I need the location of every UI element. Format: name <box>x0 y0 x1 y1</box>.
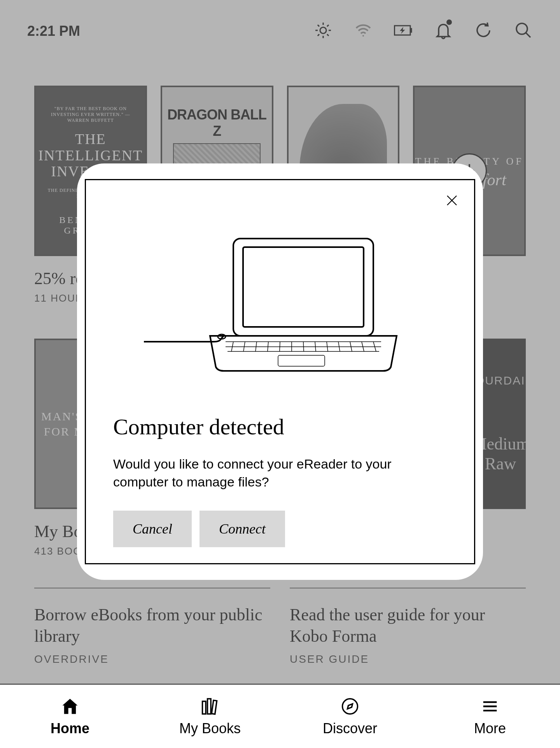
dialog-body: Would you like to connect your eReader t… <box>113 455 447 491</box>
bottom-nav: Home My Books Discover More <box>0 684 560 748</box>
svg-line-30 <box>315 342 316 351</box>
close-icon[interactable] <box>443 192 460 209</box>
svg-line-29 <box>303 342 304 351</box>
svg-rect-39 <box>208 699 211 714</box>
nav-my-books[interactable]: My Books <box>140 685 280 748</box>
dialog-title: Computer detected <box>113 414 474 440</box>
svg-rect-38 <box>203 701 206 714</box>
svg-rect-36 <box>278 355 325 366</box>
svg-marker-42 <box>348 704 353 709</box>
computer-detected-dialog: Computer detected Would you like to conn… <box>85 179 475 564</box>
svg-rect-18 <box>233 239 373 336</box>
svg-point-41 <box>343 699 358 714</box>
svg-rect-19 <box>243 247 364 327</box>
nav-home[interactable]: Home <box>0 685 140 748</box>
nav-discover[interactable]: Discover <box>280 685 420 748</box>
cancel-button[interactable]: Cancel <box>113 511 192 547</box>
svg-line-26 <box>268 342 268 351</box>
connect-button[interactable]: Connect <box>200 511 285 547</box>
laptop-icon <box>144 235 416 375</box>
svg-line-27 <box>280 342 280 351</box>
nav-more[interactable]: More <box>420 685 560 748</box>
svg-rect-40 <box>212 700 217 714</box>
